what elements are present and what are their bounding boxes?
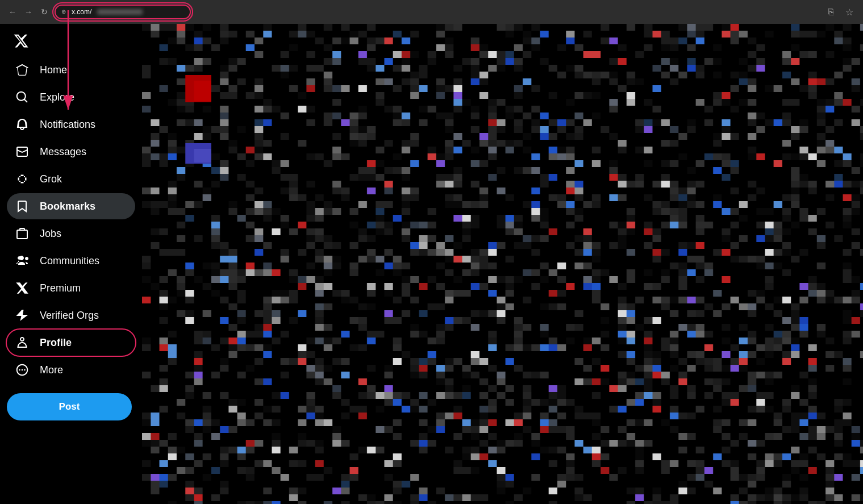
sidebar-item-premium[interactable]: Premium [7,275,135,301]
sidebar-item-grok[interactable]: Grok [7,166,135,192]
more-label: More [40,364,63,376]
home-label: Home [40,64,67,76]
blurred-content-area [142,24,863,504]
bookmark-icon [15,199,30,214]
person-icon [15,335,30,350]
sidebar: Home Explore Notifications [0,24,142,504]
sidebar-item-explore[interactable]: Explore [7,84,135,110]
premium-label: Premium [40,282,81,294]
sidebar-item-messages[interactable]: Messages [7,139,135,165]
bell-icon [15,117,30,132]
bookmarks-label: Bookmarks [40,201,95,213]
sidebar-item-home[interactable]: Home [7,57,135,83]
sidebar-item-bookmarks[interactable]: Bookmarks [7,193,135,219]
grok-icon [15,172,30,186]
home-icon [15,63,30,77]
main-content [142,24,863,504]
sidebar-item-jobs[interactable]: Jobs [7,220,135,247]
envelope-icon [15,144,30,159]
dots-circle-icon [15,363,30,377]
sidebar-item-communities[interactable]: Communities [7,248,135,274]
browser-reload-button[interactable]: ↻ [39,6,50,18]
sidebar-item-notifications[interactable]: Notifications [7,111,135,138]
communities-label: Communities [40,255,99,267]
lightning-icon [15,308,30,323]
url-text: x.com/ [72,8,91,16]
x-logo-icon [13,33,29,49]
briefcase-icon [15,226,30,241]
site-icon: ⊕ [61,9,68,15]
sidebar-item-verified-orgs[interactable]: Verified Orgs [7,302,135,328]
browser-forward-button[interactable]: → [23,6,34,18]
verified-orgs-label: Verified Orgs [40,310,99,322]
grok-label: Grok [40,173,62,185]
x-premium-icon [15,281,30,295]
profile-label: Profile [40,337,72,349]
messages-label: Messages [40,146,86,158]
sidebar-logo[interactable] [7,26,35,56]
people-icon [15,253,30,268]
post-button[interactable]: Post [7,393,132,420]
sidebar-item-more[interactable]: More [7,357,135,383]
sidebar-item-profile[interactable]: Profile [7,330,135,356]
search-icon [15,90,30,105]
browser-back-button[interactable]: ← [7,6,18,18]
page: Home Explore Notifications [0,24,863,504]
explore-label: Explore [40,91,74,103]
browser-chrome: ← → ↻ ⊕ x.com/ ⎘ ☆ [0,0,863,24]
browser-bookmark-button[interactable]: ☆ [843,5,856,19]
notifications-label: Notifications [40,119,95,131]
jobs-label: Jobs [40,228,61,240]
url-blurred-part [97,9,143,15]
browser-address-bar[interactable]: ⊕ x.com/ [55,5,191,19]
browser-cast-button[interactable]: ⎘ [824,5,838,19]
